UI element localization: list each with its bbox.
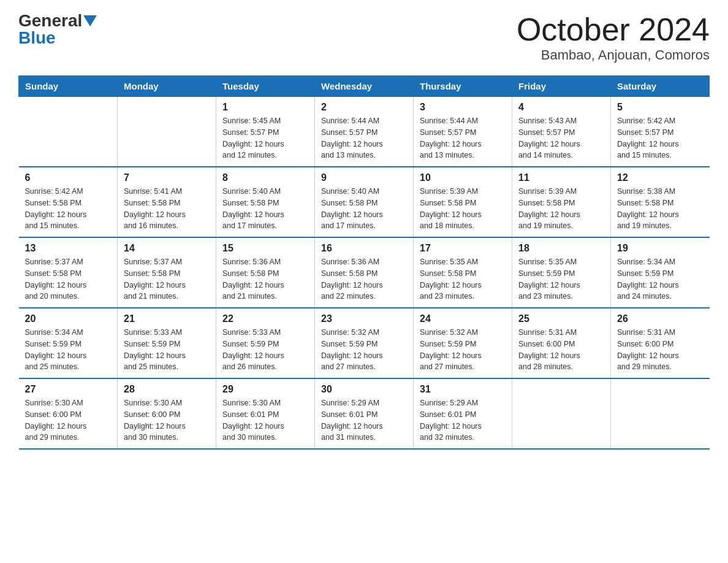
day-cell [118,97,216,167]
day-info: Sunrise: 5:31 AM Sunset: 6:00 PM Dayligh… [617,327,703,373]
day-number: 17 [420,243,506,254]
day-info: Sunrise: 5:30 AM Sunset: 6:00 PM Dayligh… [25,397,112,443]
day-number: 27 [25,384,112,395]
day-number: 22 [222,313,308,324]
column-header-saturday: Saturday [611,76,710,97]
day-info: Sunrise: 5:42 AM Sunset: 5:57 PM Dayligh… [617,115,703,161]
column-header-tuesday: Tuesday [216,76,315,97]
day-cell: 17Sunrise: 5:35 AM Sunset: 5:58 PM Dayli… [414,237,512,308]
day-cell: 25Sunrise: 5:31 AM Sunset: 6:00 PM Dayli… [512,308,611,378]
day-info: Sunrise: 5:39 AM Sunset: 5:58 PM Dayligh… [518,186,604,232]
day-number: 15 [222,243,308,254]
day-info: Sunrise: 5:44 AM Sunset: 5:57 PM Dayligh… [321,115,407,161]
day-cell: 2Sunrise: 5:44 AM Sunset: 5:57 PM Daylig… [315,97,414,167]
day-cell: 9Sunrise: 5:40 AM Sunset: 5:58 PM Daylig… [315,167,414,237]
day-cell: 15Sunrise: 5:36 AM Sunset: 5:58 PM Dayli… [216,237,315,308]
day-info: Sunrise: 5:31 AM Sunset: 6:00 PM Dayligh… [518,327,604,373]
day-info: Sunrise: 5:35 AM Sunset: 5:58 PM Dayligh… [420,256,506,302]
day-number: 19 [617,243,703,254]
day-cell: 23Sunrise: 5:32 AM Sunset: 5:59 PM Dayli… [315,308,414,378]
week-row-4: 20Sunrise: 5:34 AM Sunset: 5:59 PM Dayli… [19,308,710,378]
column-header-friday: Friday [512,76,611,97]
day-number: 10 [420,172,506,183]
day-info: Sunrise: 5:36 AM Sunset: 5:58 PM Dayligh… [222,256,308,302]
day-number: 2 [321,102,407,113]
day-cell: 19Sunrise: 5:34 AM Sunset: 5:59 PM Dayli… [611,237,710,308]
day-number: 13 [25,243,112,254]
day-cell: 14Sunrise: 5:37 AM Sunset: 5:58 PM Dayli… [118,237,216,308]
day-info: Sunrise: 5:33 AM Sunset: 5:59 PM Dayligh… [222,327,308,373]
day-cell [512,378,611,449]
column-header-wednesday: Wednesday [315,76,414,97]
day-info: Sunrise: 5:41 AM Sunset: 5:58 PM Dayligh… [124,186,210,232]
logo: General Blue [18,12,97,47]
column-header-sunday: Sunday [19,76,118,97]
day-number: 11 [518,172,604,183]
day-info: Sunrise: 5:36 AM Sunset: 5:58 PM Dayligh… [321,256,407,302]
day-number: 7 [124,172,210,183]
day-info: Sunrise: 5:32 AM Sunset: 5:59 PM Dayligh… [321,327,407,373]
day-cell: 30Sunrise: 5:29 AM Sunset: 6:01 PM Dayli… [315,378,414,449]
day-cell: 28Sunrise: 5:30 AM Sunset: 6:00 PM Dayli… [118,378,216,449]
calendar-subtitle: Bambao, Anjouan, Comoros [517,47,710,63]
logo-text-blue: Blue [18,29,56,47]
day-info: Sunrise: 5:33 AM Sunset: 5:59 PM Dayligh… [124,327,210,373]
day-cell: 29Sunrise: 5:30 AM Sunset: 6:01 PM Dayli… [216,378,315,449]
day-cell: 1Sunrise: 5:45 AM Sunset: 5:57 PM Daylig… [216,97,315,167]
calendar-table: SundayMondayTuesdayWednesdayThursdayFrid… [18,75,710,450]
week-row-3: 13Sunrise: 5:37 AM Sunset: 5:58 PM Dayli… [19,237,710,308]
day-cell: 3Sunrise: 5:44 AM Sunset: 5:57 PM Daylig… [414,97,512,167]
day-number: 5 [617,102,703,113]
day-cell: 27Sunrise: 5:30 AM Sunset: 6:00 PM Dayli… [19,378,118,449]
day-number: 25 [518,313,604,324]
day-info: Sunrise: 5:43 AM Sunset: 5:57 PM Dayligh… [518,115,604,161]
title-section: October 2024 Bambao, Anjouan, Comoros [517,12,710,63]
day-cell: 21Sunrise: 5:33 AM Sunset: 5:59 PM Dayli… [118,308,216,378]
day-number: 20 [25,313,112,324]
day-info: Sunrise: 5:45 AM Sunset: 5:57 PM Dayligh… [222,115,308,161]
day-number: 14 [124,243,210,254]
day-number: 18 [518,243,604,254]
day-cell: 8Sunrise: 5:40 AM Sunset: 5:58 PM Daylig… [216,167,315,237]
header-row: SundayMondayTuesdayWednesdayThursdayFrid… [19,76,710,97]
day-number: 8 [222,172,308,183]
day-info: Sunrise: 5:30 AM Sunset: 6:01 PM Dayligh… [222,397,308,443]
day-number: 29 [222,384,308,395]
day-cell [611,378,710,449]
day-cell: 16Sunrise: 5:36 AM Sunset: 5:58 PM Dayli… [315,237,414,308]
day-number: 3 [420,102,506,113]
day-cell: 26Sunrise: 5:31 AM Sunset: 6:00 PM Dayli… [611,308,710,378]
day-info: Sunrise: 5:34 AM Sunset: 5:59 PM Dayligh… [617,256,703,302]
day-cell: 12Sunrise: 5:38 AM Sunset: 5:58 PM Dayli… [611,167,710,237]
day-info: Sunrise: 5:44 AM Sunset: 5:57 PM Dayligh… [420,115,506,161]
day-info: Sunrise: 5:30 AM Sunset: 6:00 PM Dayligh… [124,397,210,443]
day-number: 12 [617,172,703,183]
day-cell: 11Sunrise: 5:39 AM Sunset: 5:58 PM Dayli… [512,167,611,237]
day-cell: 31Sunrise: 5:29 AM Sunset: 6:01 PM Dayli… [414,378,512,449]
day-info: Sunrise: 5:37 AM Sunset: 5:58 PM Dayligh… [124,256,210,302]
day-cell: 24Sunrise: 5:32 AM Sunset: 5:59 PM Dayli… [414,308,512,378]
day-info: Sunrise: 5:35 AM Sunset: 5:59 PM Dayligh… [518,256,604,302]
day-info: Sunrise: 5:38 AM Sunset: 5:58 PM Dayligh… [617,186,703,232]
day-cell: 20Sunrise: 5:34 AM Sunset: 5:59 PM Dayli… [19,308,118,378]
day-info: Sunrise: 5:37 AM Sunset: 5:58 PM Dayligh… [25,256,112,302]
day-number: 30 [321,384,407,395]
day-cell: 7Sunrise: 5:41 AM Sunset: 5:58 PM Daylig… [118,167,216,237]
day-cell [19,97,118,167]
day-number: 9 [321,172,407,183]
svg-marker-0 [83,15,97,26]
day-number: 6 [25,172,112,183]
page-header: General Blue October 2024 Bambao, Anjoua… [18,12,710,63]
day-info: Sunrise: 5:40 AM Sunset: 5:58 PM Dayligh… [222,186,308,232]
day-info: Sunrise: 5:42 AM Sunset: 5:58 PM Dayligh… [25,186,112,232]
column-header-monday: Monday [118,76,216,97]
day-info: Sunrise: 5:29 AM Sunset: 6:01 PM Dayligh… [420,397,506,443]
day-number: 26 [617,313,703,324]
day-cell: 22Sunrise: 5:33 AM Sunset: 5:59 PM Dayli… [216,308,315,378]
day-number: 1 [222,102,308,113]
week-row-5: 27Sunrise: 5:30 AM Sunset: 6:00 PM Dayli… [19,378,710,449]
day-number: 28 [124,384,210,395]
day-info: Sunrise: 5:40 AM Sunset: 5:58 PM Dayligh… [321,186,407,232]
day-cell: 5Sunrise: 5:42 AM Sunset: 5:57 PM Daylig… [611,97,710,167]
week-row-2: 6Sunrise: 5:42 AM Sunset: 5:58 PM Daylig… [19,167,710,237]
